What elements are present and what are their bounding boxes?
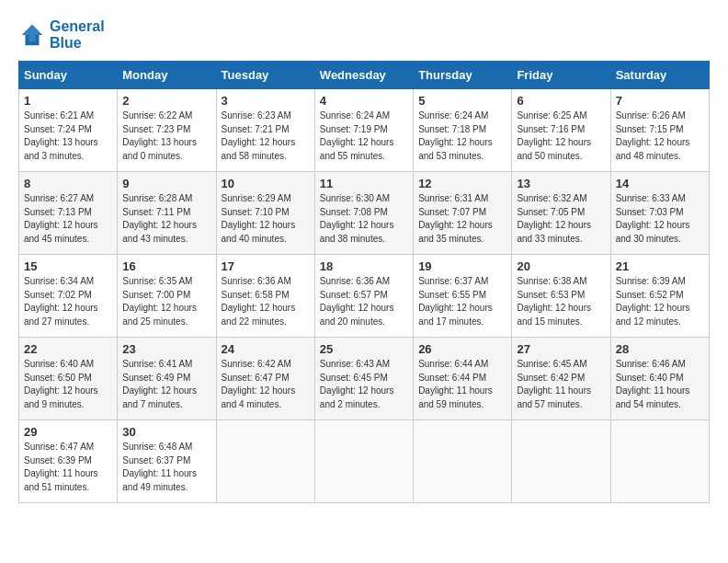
day-number: 7 xyxy=(616,94,704,108)
days-header-row: Sunday Monday Tuesday Wednesday Thursday… xyxy=(19,62,710,89)
calendar-cell: 22Sunrise: 6:40 AMSunset: 6:50 PMDayligh… xyxy=(19,338,118,420)
day-number: 1 xyxy=(24,94,112,108)
day-number: 12 xyxy=(418,177,506,190)
day-info: Sunrise: 6:33 AMSunset: 7:03 PMDaylight:… xyxy=(616,192,704,246)
svg-marker-1 xyxy=(22,25,43,42)
calendar-cell xyxy=(216,420,314,503)
day-info: Sunrise: 6:43 AMSunset: 6:45 PMDaylight:… xyxy=(320,358,408,411)
day-number: 29 xyxy=(24,425,112,439)
calendar-cell: 19Sunrise: 6:37 AMSunset: 6:55 PMDayligh… xyxy=(414,255,512,338)
calendar-cell: 4Sunrise: 6:24 AMSunset: 7:19 PMDaylight… xyxy=(314,89,413,172)
day-number: 30 xyxy=(122,425,210,439)
calendar-cell: 30Sunrise: 6:48 AMSunset: 6:37 PMDayligh… xyxy=(118,420,216,503)
day-info: Sunrise: 6:40 AMSunset: 6:50 PMDaylight:… xyxy=(24,358,112,411)
calendar-cell: 23Sunrise: 6:41 AMSunset: 6:49 PMDayligh… xyxy=(118,338,216,420)
calendar-cell: 14Sunrise: 6:33 AMSunset: 7:03 PMDayligh… xyxy=(610,172,709,255)
day-number: 4 xyxy=(320,94,408,108)
calendar-cell: 21Sunrise: 6:39 AMSunset: 6:52 PMDayligh… xyxy=(610,255,709,338)
day-info: Sunrise: 6:32 AMSunset: 7:05 PMDaylight:… xyxy=(517,192,605,246)
page-header: General Blue xyxy=(18,18,710,52)
day-info: Sunrise: 6:36 AMSunset: 6:57 PMDaylight:… xyxy=(320,275,408,328)
day-number: 3 xyxy=(222,94,310,108)
day-number: 25 xyxy=(320,342,408,356)
calendar-cell: 27Sunrise: 6:45 AMSunset: 6:42 PMDayligh… xyxy=(512,338,610,420)
day-info: Sunrise: 6:30 AMSunset: 7:08 PMDaylight:… xyxy=(320,192,408,246)
day-info: Sunrise: 6:46 AMSunset: 6:40 PMDaylight:… xyxy=(616,358,704,411)
calendar-cell: 6Sunrise: 6:25 AMSunset: 7:16 PMDaylight… xyxy=(512,89,610,172)
calendar-cell: 7Sunrise: 6:26 AMSunset: 7:15 PMDaylight… xyxy=(610,89,709,172)
day-info: Sunrise: 6:27 AMSunset: 7:13 PMDaylight:… xyxy=(24,192,112,246)
day-info: Sunrise: 6:42 AMSunset: 6:47 PMDaylight:… xyxy=(222,358,310,411)
header-sunday: Sunday xyxy=(19,62,118,89)
calendar-cell: 2Sunrise: 6:22 AMSunset: 7:23 PMDaylight… xyxy=(118,89,216,172)
calendar-cell: 13Sunrise: 6:32 AMSunset: 7:05 PMDayligh… xyxy=(512,172,610,255)
calendar-cell: 28Sunrise: 6:46 AMSunset: 6:40 PMDayligh… xyxy=(610,338,709,420)
header-monday: Monday xyxy=(118,62,216,89)
day-number: 2 xyxy=(122,94,210,108)
day-info: Sunrise: 6:34 AMSunset: 7:02 PMDaylight:… xyxy=(24,275,112,328)
day-number: 9 xyxy=(122,177,210,190)
day-number: 23 xyxy=(122,342,210,356)
day-info: Sunrise: 6:24 AMSunset: 7:19 PMDaylight:… xyxy=(320,109,408,163)
day-number: 17 xyxy=(222,259,310,273)
day-number: 5 xyxy=(418,94,506,108)
header-thursday: Thursday xyxy=(414,62,512,89)
day-info: Sunrise: 6:37 AMSunset: 6:55 PMDaylight:… xyxy=(418,275,506,328)
day-number: 22 xyxy=(24,342,112,356)
day-number: 13 xyxy=(517,177,605,190)
day-info: Sunrise: 6:35 AMSunset: 7:00 PMDaylight:… xyxy=(122,275,210,328)
calendar-cell: 10Sunrise: 6:29 AMSunset: 7:10 PMDayligh… xyxy=(216,172,314,255)
calendar-cell: 25Sunrise: 6:43 AMSunset: 6:45 PMDayligh… xyxy=(314,338,413,420)
logo-text: General Blue xyxy=(50,18,105,52)
day-number: 20 xyxy=(517,259,605,273)
day-info: Sunrise: 6:26 AMSunset: 7:15 PMDaylight:… xyxy=(616,109,704,163)
day-number: 6 xyxy=(517,94,605,108)
calendar-cell xyxy=(610,420,709,503)
header-wednesday: Wednesday xyxy=(314,62,413,89)
day-number: 27 xyxy=(517,342,605,356)
calendar-cell: 16Sunrise: 6:35 AMSunset: 7:00 PMDayligh… xyxy=(118,255,216,338)
header-tuesday: Tuesday xyxy=(216,62,314,89)
calendar-cell: 26Sunrise: 6:44 AMSunset: 6:44 PMDayligh… xyxy=(414,338,512,420)
day-number: 14 xyxy=(616,177,704,190)
day-info: Sunrise: 6:25 AMSunset: 7:16 PMDaylight:… xyxy=(517,109,605,163)
day-number: 16 xyxy=(122,259,210,273)
day-info: Sunrise: 6:36 AMSunset: 6:58 PMDaylight:… xyxy=(222,275,310,328)
day-info: Sunrise: 6:24 AMSunset: 7:18 PMDaylight:… xyxy=(418,109,506,163)
day-info: Sunrise: 6:38 AMSunset: 6:53 PMDaylight:… xyxy=(517,275,605,328)
day-info: Sunrise: 6:29 AMSunset: 7:10 PMDaylight:… xyxy=(222,192,310,246)
day-number: 11 xyxy=(320,177,408,190)
day-number: 18 xyxy=(320,259,408,273)
calendar-table: Sunday Monday Tuesday Wednesday Thursday… xyxy=(18,61,710,503)
day-info: Sunrise: 6:31 AMSunset: 7:07 PMDaylight:… xyxy=(418,192,506,246)
day-number: 21 xyxy=(616,259,704,273)
day-info: Sunrise: 6:47 AMSunset: 6:39 PMDaylight:… xyxy=(24,441,112,494)
calendar-cell: 24Sunrise: 6:42 AMSunset: 6:47 PMDayligh… xyxy=(216,338,314,420)
calendar-cell: 15Sunrise: 6:34 AMSunset: 7:02 PMDayligh… xyxy=(19,255,118,338)
day-info: Sunrise: 6:41 AMSunset: 6:49 PMDaylight:… xyxy=(122,358,210,411)
day-info: Sunrise: 6:28 AMSunset: 7:11 PMDaylight:… xyxy=(122,192,210,246)
header-saturday: Saturday xyxy=(610,62,709,89)
day-info: Sunrise: 6:21 AMSunset: 7:24 PMDaylight:… xyxy=(24,109,112,163)
day-number: 26 xyxy=(418,342,506,356)
header-friday: Friday xyxy=(512,62,610,89)
logo: General Blue xyxy=(18,18,105,52)
day-number: 15 xyxy=(24,259,112,273)
calendar-cell: 1Sunrise: 6:21 AMSunset: 7:24 PMDaylight… xyxy=(19,89,118,172)
calendar-cell: 3Sunrise: 6:23 AMSunset: 7:21 PMDaylight… xyxy=(216,89,314,172)
day-info: Sunrise: 6:22 AMSunset: 7:23 PMDaylight:… xyxy=(122,109,210,163)
calendar-cell: 5Sunrise: 6:24 AMSunset: 7:18 PMDaylight… xyxy=(414,89,512,172)
day-info: Sunrise: 6:39 AMSunset: 6:52 PMDaylight:… xyxy=(616,275,704,328)
logo-icon xyxy=(18,21,46,49)
calendar-cell: 11Sunrise: 6:30 AMSunset: 7:08 PMDayligh… xyxy=(314,172,413,255)
calendar-cell: 8Sunrise: 6:27 AMSunset: 7:13 PMDaylight… xyxy=(19,172,118,255)
day-number: 10 xyxy=(222,177,310,190)
day-info: Sunrise: 6:48 AMSunset: 6:37 PMDaylight:… xyxy=(122,441,210,494)
calendar-cell: 29Sunrise: 6:47 AMSunset: 6:39 PMDayligh… xyxy=(19,420,118,503)
day-number: 28 xyxy=(616,342,704,356)
calendar-cell: 18Sunrise: 6:36 AMSunset: 6:57 PMDayligh… xyxy=(314,255,413,338)
calendar-cell xyxy=(414,420,512,503)
calendar-cell xyxy=(314,420,413,503)
day-number: 8 xyxy=(24,177,112,190)
day-info: Sunrise: 6:23 AMSunset: 7:21 PMDaylight:… xyxy=(222,109,310,163)
